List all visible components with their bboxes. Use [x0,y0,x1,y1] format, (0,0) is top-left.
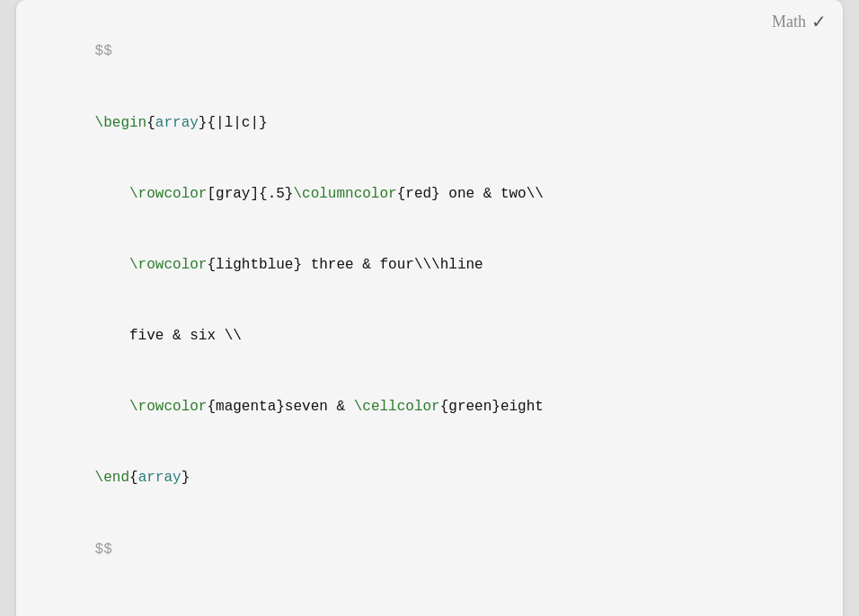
code-line-1: \begin{array}{|l|c|} [43,87,816,158]
dollar-open: $$ [43,16,816,87]
code-line-6: \end{array} [43,443,816,514]
dollar-close: $$ [43,514,816,585]
code-line-3: \rowcolor{lightblue} three & four\\\hlin… [43,230,816,301]
math-check-icon: ✓ [811,11,827,32]
code-line-2: \rowcolor[gray]{.5}\columncolor{red} one… [43,158,816,229]
code-line-5: \rowcolor{magenta}seven & \cellcolor{gre… [43,372,816,443]
render-section: one two three four five six seven eight [16,594,843,616]
math-label: Math [772,13,806,31]
code-section: $$ \begin{array}{|l|c|} \rowcolor[gray]{… [16,0,843,594]
main-card: Math ✓ $$ \begin{array}{|l|c|} \rowcolor… [16,0,843,616]
math-button[interactable]: Math ✓ [772,11,827,32]
code-line-4: five & six \\ [43,301,816,372]
